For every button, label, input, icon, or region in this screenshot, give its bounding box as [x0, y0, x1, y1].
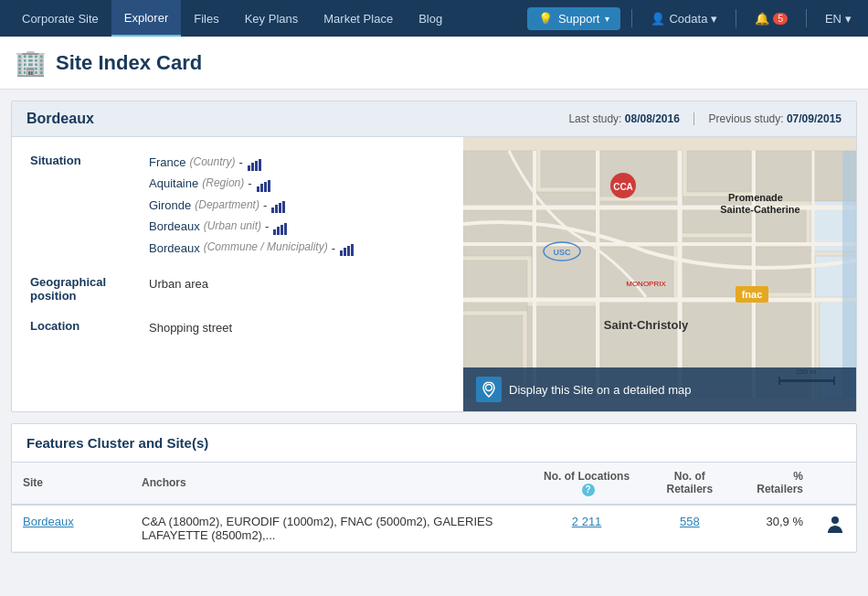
location-bordeaux-urban: Bordeaux (Urban unit) -: [149, 216, 445, 237]
nav-corporate-site[interactable]: Corporate Site: [9, 0, 111, 37]
study-dates: Last study: 08/08/2016 Previous study: 0…: [568, 112, 842, 126]
locations-help-icon[interactable]: ?: [582, 484, 595, 496]
location-aquitaine: Aquitaine (Region) -: [149, 173, 445, 194]
support-button[interactable]: 💡 Support ▾: [527, 7, 621, 30]
nav-links: Corporate Site Explorer Files Key Plans …: [9, 0, 527, 37]
svg-rect-18: [347, 246, 350, 256]
location-row: Location Shopping street: [30, 317, 445, 338]
nav-market-place[interactable]: Market Place: [311, 0, 406, 37]
locations-link[interactable]: 2 211: [572, 515, 602, 528]
row-retailers: 558: [643, 505, 736, 552]
user-icon: 👤: [651, 12, 665, 26]
svg-text:fnac: fnac: [742, 289, 763, 300]
location-label: Location: [30, 317, 149, 333]
svg-rect-9: [275, 205, 278, 213]
lang-label: EN: [825, 12, 842, 26]
svg-rect-0: [248, 165, 250, 171]
nav-key-plans[interactable]: Key Plans: [232, 0, 312, 37]
svg-rect-19: [351, 244, 354, 256]
display-map-label: Display this Site on a detailed map: [509, 383, 691, 397]
prev-study-label: Previous study:: [709, 112, 784, 125]
nav-divider: [631, 9, 632, 27]
features-header: Features Cluster and Site(s): [12, 424, 856, 463]
france-name: France: [149, 152, 185, 173]
svg-rect-15: [284, 223, 287, 235]
bordeaux-commune-type: (Commune / Municipality): [204, 238, 328, 258]
nav-explorer[interactable]: Explorer: [111, 0, 181, 37]
bordeaux-urban-dash: -: [265, 216, 269, 237]
display-map-button[interactable]: Display this Site on a detailed map: [463, 367, 856, 411]
bordeaux-commune-dash: -: [332, 238, 335, 259]
france-type: (Country): [189, 153, 235, 173]
svg-rect-14: [281, 225, 283, 235]
svg-rect-32: [463, 261, 527, 311]
geographical-row: Geographical position Urban area: [30, 273, 445, 303]
svg-rect-36: [756, 247, 810, 293]
svg-rect-11: [282, 201, 285, 213]
svg-text:USC: USC: [553, 248, 571, 257]
row-site: Bordeaux: [12, 505, 131, 552]
city-name: Bordeaux: [26, 111, 94, 127]
location-bordeaux-commune: Bordeaux (Commune / Municipality) -: [149, 238, 445, 259]
svg-rect-66: [842, 151, 856, 398]
aquitaine-chart-icon[interactable]: [256, 177, 270, 190]
user-menu[interactable]: 👤 Codata ▾: [643, 8, 725, 29]
person-action-icon[interactable]: [825, 524, 845, 537]
svg-rect-22: [541, 151, 596, 187]
card-body: Situation France (Country) - Aquitaine: [12, 137, 856, 411]
aquitaine-name: Aquitaine: [149, 173, 198, 194]
table-row: Bordeaux C&A (1800m2), EURODIF (1000m2),…: [12, 505, 856, 552]
bordeaux-urban-name: Bordeaux: [149, 216, 200, 237]
svg-text:Saint-Christoly: Saint-Christoly: [604, 318, 689, 332]
svg-rect-8: [271, 208, 274, 213]
svg-text:MONOPRIX: MONOPRIX: [626, 280, 666, 288]
main-content: Bordeaux Last study: 08/08/2016 Previous…: [0, 101, 868, 579]
col-header-anchors: Anchors: [131, 463, 530, 505]
aquitaine-type: (Region): [202, 174, 244, 194]
situation-value: France (Country) - Aquitaine (Region) -: [149, 152, 445, 259]
lang-chevron-icon: ▾: [845, 12, 852, 26]
support-icon: 💡: [538, 12, 553, 26]
nav-divider3: [806, 9, 807, 27]
card-header: Bordeaux Last study: 08/08/2016 Previous…: [12, 101, 856, 137]
nav-blog[interactable]: Blog: [406, 0, 455, 37]
last-study-date: 08/08/2016: [625, 112, 680, 125]
language-selector[interactable]: EN ▾: [818, 8, 859, 29]
nav-right: 💡 Support ▾ 👤 Codata ▾ 🔔 5 EN ▾: [527, 7, 859, 30]
gironde-name: Gironde: [149, 195, 191, 216]
svg-rect-17: [344, 248, 346, 256]
gironde-dash: -: [263, 195, 267, 216]
features-table: Site Anchors No. of Locations ? No. of R…: [12, 463, 856, 552]
date-divider: [693, 112, 694, 125]
location-gironde: Gironde (Department) -: [149, 195, 445, 216]
bordeaux-urban-chart-icon[interactable]: [272, 220, 287, 233]
features-section: Features Cluster and Site(s) Site Anchor…: [11, 423, 857, 553]
situation-label: Situation: [30, 152, 149, 167]
col-header-pct: % Retailers: [736, 463, 814, 505]
france-chart-icon[interactable]: [247, 156, 261, 169]
support-label: Support: [558, 12, 600, 26]
gironde-chart-icon[interactable]: [270, 198, 285, 211]
row-pct: 30,9 %: [736, 505, 814, 552]
svg-rect-12: [273, 229, 276, 235]
row-action: [814, 505, 856, 552]
user-chevron-icon: ▾: [711, 12, 717, 26]
bordeaux-urban-type: (Urban unit): [204, 217, 261, 237]
bordeaux-commune-name: Bordeaux: [149, 238, 200, 259]
bordeaux-link[interactable]: Bordeaux: [23, 515, 74, 528]
svg-rect-26: [463, 210, 532, 256]
bordeaux-commune-chart-icon[interactable]: [339, 241, 354, 254]
svg-point-68: [831, 516, 839, 524]
location-value: Shopping street: [149, 317, 445, 338]
gironde-type: (Department): [195, 196, 259, 216]
retailers-link[interactable]: 558: [680, 515, 700, 528]
table-header-row: Site Anchors No. of Locations ? No. of R…: [12, 463, 856, 505]
svg-point-67: [486, 385, 492, 391]
notifications-button[interactable]: 🔔 5: [747, 8, 795, 29]
svg-rect-13: [277, 227, 280, 235]
svg-rect-3: [259, 159, 261, 171]
france-dash: -: [238, 152, 242, 173]
col-header-action: [814, 463, 856, 505]
nav-files[interactable]: Files: [181, 0, 231, 37]
prev-study-date: 07/09/2015: [787, 112, 842, 125]
